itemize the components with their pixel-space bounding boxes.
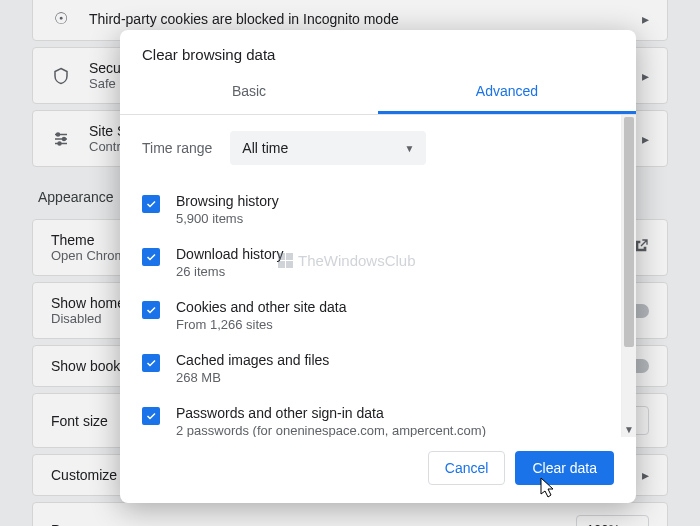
dialog-title: Clear browsing data [120,30,636,71]
tab-basic[interactable]: Basic [120,71,378,114]
item-title: Download history [176,246,283,262]
clear-browsing-data-dialog: Clear browsing data Basic Advanced Time … [120,30,636,503]
data-type-item[interactable]: Passwords and other sign-in data2 passwo… [142,395,614,437]
item-subtitle: 2 passwords (for oneninespace.com, amper… [176,423,486,437]
clear-data-button[interactable]: Clear data [515,451,614,485]
item-subtitle: From 1,266 sites [176,317,346,332]
item-subtitle: 26 items [176,264,283,279]
item-subtitle: 268 MB [176,370,329,385]
select-value: All time [242,140,288,156]
item-title: Passwords and other sign-in data [176,405,486,421]
item-subtitle: 5,900 items [176,211,279,226]
scrollbar-thumb[interactable] [624,117,634,347]
data-type-item[interactable]: Cookies and other site dataFrom 1,266 si… [142,289,614,342]
tab-advanced[interactable]: Advanced [378,71,636,114]
chevron-down-icon: ▼ [404,143,414,154]
checkbox[interactable] [142,301,160,319]
data-type-item[interactable]: Download history26 items [142,236,614,289]
cancel-button[interactable]: Cancel [428,451,506,485]
time-range-select[interactable]: All time ▼ [230,131,426,165]
data-type-item[interactable]: Browsing history5,900 items [142,183,614,236]
data-type-item[interactable]: Cached images and files268 MB [142,342,614,395]
item-title: Browsing history [176,193,279,209]
checkbox[interactable] [142,407,160,425]
checkbox[interactable] [142,354,160,372]
checkbox[interactable] [142,248,160,266]
dialog-tabs: Basic Advanced [120,71,636,115]
time-range-label: Time range [142,140,212,156]
item-title: Cookies and other site data [176,299,346,315]
scrollbar[interactable]: ▼ [621,115,636,437]
scrollbar-down-icon[interactable]: ▼ [622,422,636,437]
checkbox[interactable] [142,195,160,213]
item-title: Cached images and files [176,352,329,368]
